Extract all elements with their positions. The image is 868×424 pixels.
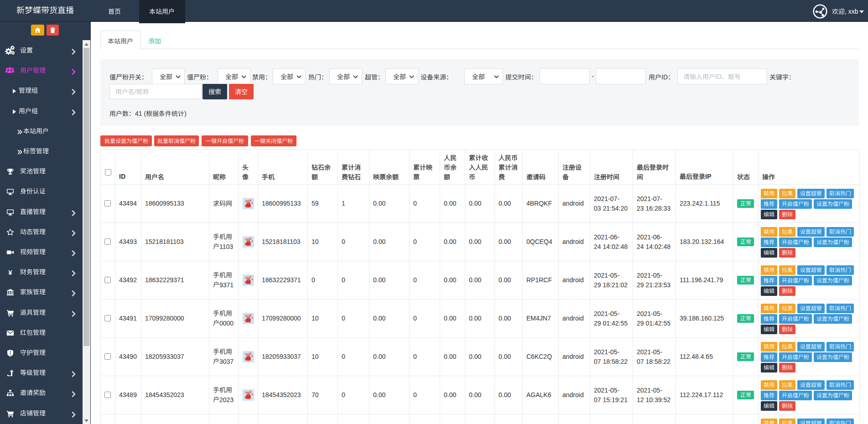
svg-text:¥: ¥ [8,269,12,276]
